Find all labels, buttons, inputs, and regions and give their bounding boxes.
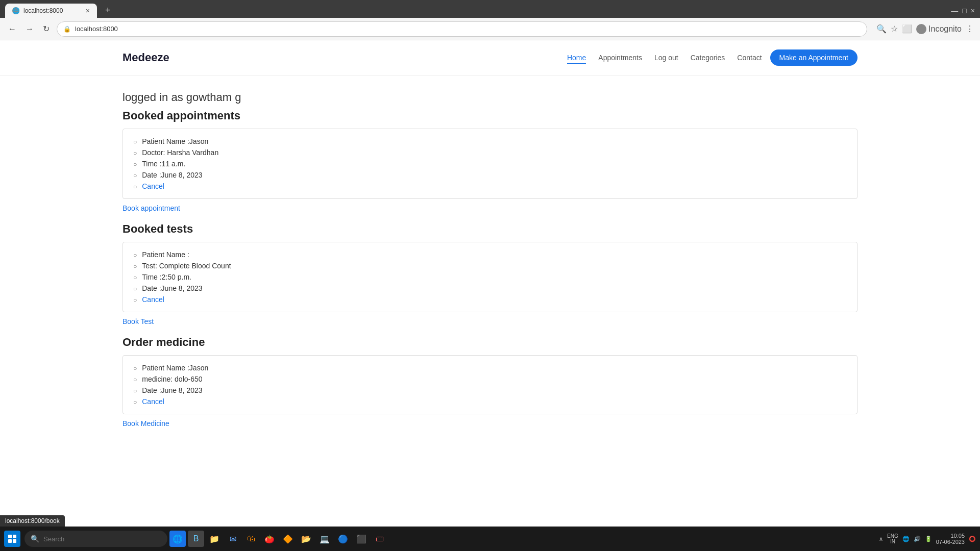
medicine-card: Patient Name :Jason medicine: dolo-650 D… [122, 355, 857, 414]
medicine-name: medicine: dolo-650 [133, 375, 847, 383]
appointment-cancel-item: Cancel [133, 182, 847, 190]
nav-link-logout[interactable]: Log out [654, 54, 678, 62]
test-time: Time :2:50 p.m. [133, 273, 847, 281]
order-medicine-title: Order medicine [122, 336, 857, 349]
book-test-link[interactable]: Book Test [122, 317, 154, 325]
test-card: Patient Name : Test: Complete Blood Coun… [122, 242, 857, 312]
medicine-patient-name: Patient Name :Jason [133, 364, 847, 372]
test-date: Date :June 8, 2023 [133, 284, 847, 292]
medicine-date: Date :June 8, 2023 [133, 386, 847, 394]
booked-tests-title: Booked tests [122, 222, 857, 236]
incognito-avatar-icon [916, 24, 926, 34]
nav-link-categories[interactable]: Categories [691, 54, 725, 62]
address-bar[interactable]: 🔒 localhost:8000 [57, 21, 867, 37]
forward-button[interactable]: → [23, 22, 36, 36]
brand-logo: Medeeze [122, 51, 169, 64]
test-cancel-button[interactable]: Cancel [142, 295, 164, 304]
appointment-doctor: Doctor: Harsha Vardhan [133, 148, 847, 157]
appointment-date: Date :June 8, 2023 [133, 171, 847, 179]
nav-item-contact[interactable]: Contact [737, 54, 762, 62]
nav-item-home[interactable]: Home [567, 54, 586, 62]
nav-item-appointments[interactable]: Appointments [598, 54, 642, 62]
address-lock-icon: 🔒 [63, 26, 71, 33]
test-patient-name: Patient Name : [133, 251, 847, 259]
make-appointment-button[interactable]: Make an Appointment [770, 49, 857, 66]
extensions-icon[interactable]: ⬜ [902, 24, 912, 34]
book-medicine-link[interactable]: Book Medicine [122, 419, 169, 428]
maximize-button[interactable]: □ [962, 7, 966, 15]
appointment-card: Patient Name :Jason Doctor: Harsha Vardh… [122, 129, 857, 199]
tab-title: localhost:8000 [23, 7, 63, 14]
nav-item-logout[interactable]: Log out [654, 54, 678, 62]
address-bar-row: ← → ↻ 🔒 localhost:8000 🔍 ☆ ⬜ Incognito ⋮ [0, 18, 980, 40]
menu-icon[interactable]: ⋮ [966, 24, 974, 34]
navbar: Medeeze Home Appointments Log out Catego… [0, 40, 980, 76]
logged-in-label: logged in as gowtham g [122, 91, 857, 104]
page-content: Medeeze Home Appointments Log out Catego… [0, 40, 980, 448]
bookmark-icon[interactable]: ☆ [891, 24, 898, 34]
new-tab-button[interactable]: + [101, 3, 115, 18]
medicine-cancel-item: Cancel [133, 397, 847, 406]
minimize-button[interactable]: — [951, 7, 958, 15]
nav-links: Home Appointments Log out Categories Con… [567, 54, 762, 62]
medicine-cancel-button[interactable]: Cancel [142, 397, 164, 406]
nav-link-home[interactable]: Home [567, 54, 586, 64]
active-tab[interactable]: 🌐 localhost:8000 × [5, 4, 97, 18]
incognito-badge: Incognito [916, 24, 962, 34]
test-name: Test: Complete Blood Count [133, 262, 847, 270]
nav-item-categories[interactable]: Categories [691, 54, 725, 62]
close-button[interactable]: × [971, 7, 975, 15]
appointment-time: Time :11 a.m. [133, 160, 847, 168]
tab-close-button[interactable]: × [86, 7, 90, 15]
main-content: logged in as gowtham g Booked appointmen… [0, 76, 980, 448]
search-icon[interactable]: 🔍 [876, 24, 887, 34]
tab-favicon-icon: 🌐 [12, 7, 19, 14]
nav-link-contact[interactable]: Contact [737, 54, 762, 62]
appointment-patient-name: Patient Name :Jason [133, 137, 847, 145]
incognito-label: Incognito [928, 24, 962, 34]
address-text: localhost:8000 [75, 25, 118, 33]
back-button[interactable]: ← [6, 22, 18, 36]
nav-link-appointments[interactable]: Appointments [598, 54, 642, 62]
reload-button[interactable]: ↻ [41, 22, 52, 36]
booked-appointments-title: Booked appointments [122, 109, 857, 122]
book-appointment-link[interactable]: Book appointment [122, 204, 180, 212]
appointment-cancel-button[interactable]: Cancel [142, 182, 164, 190]
test-cancel-item: Cancel [133, 295, 847, 304]
